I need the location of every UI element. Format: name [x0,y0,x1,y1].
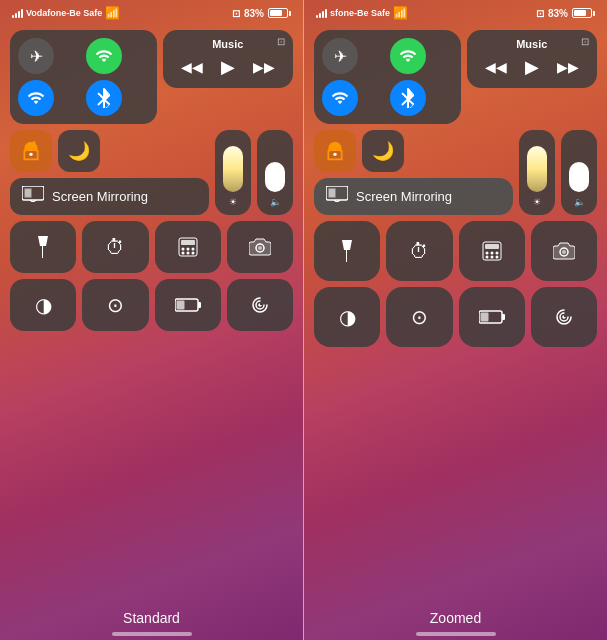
svg-point-26 [490,252,493,255]
nfc-button[interactable] [227,279,293,331]
next-button-zoomed[interactable]: ▶▶ [555,57,581,77]
controls-row-zoomed: 🌙 Screen Mirroring ☀ 🔈 [314,130,597,215]
svg-rect-3 [25,189,31,197]
svg-point-29 [490,256,493,259]
contrast-button-zoomed[interactable]: ◑ [314,287,380,347]
screen-mirroring-button-zoomed[interactable]: Screen Mirroring [314,178,513,215]
svg-rect-6 [181,240,195,245]
quick-buttons-row-zoomed: 🌙 [314,130,513,172]
music-title-zoomed: Music [477,38,588,50]
flashlight-button-zoomed[interactable] [314,221,380,281]
screen-mirror-label-zoomed: Screen Mirroring [356,189,452,204]
calculator-button[interactable] [155,221,221,273]
zoomed-panel: sfone-Be Safe 📶 ⊡ 83% ✈ [304,0,607,640]
conn-music-row-zoomed: ✈ ⊡ Music ◀◀ ▶ ▶▶ [314,30,597,124]
do-not-disturb-button[interactable]: 🌙 [58,130,100,172]
rotation-lock-button-zoomed[interactable] [314,130,356,172]
cellular-button[interactable] [86,38,122,74]
play-button[interactable]: ▶ [219,54,237,80]
airplay-music-icon: ⊡ [277,36,285,47]
camera-button[interactable] [227,221,293,273]
svg-rect-16 [176,301,184,310]
status-right: ⊡ 83% [232,8,291,19]
timer-button[interactable]: ⏱ [82,221,148,273]
music-block-wrapper-zoomed: ⊡ Music ◀◀ ▶ ▶▶ [467,30,598,124]
bottom-grid-row-2-zoomed: ◑ ⊙ [314,287,597,347]
wifi-indicator: 📶 [105,6,120,20]
flashlight-button[interactable] [10,221,76,273]
next-button[interactable]: ▶▶ [251,57,277,77]
brightness-slider[interactable]: ☀ [215,130,251,215]
screen-mirror-label: Screen Mirroring [52,189,148,204]
airplay-status-icon: ⊡ [232,8,240,19]
battery-icon [268,8,291,18]
airplane-mode-button[interactable]: ✈ [18,38,54,74]
carrier-name-zoomed: sfone-Be Safe [330,8,390,18]
volume-slider[interactable]: 🔈 [257,130,293,215]
camera-button-zoomed[interactable] [531,221,597,281]
music-block[interactable]: ⊡ Music ◀◀ ▶ ▶▶ [163,30,294,88]
wifi-button-zoomed[interactable] [322,80,358,116]
wifi-icon-zoomed: 📶 [393,6,408,20]
timer-button-zoomed[interactable]: ⏱ [386,221,452,281]
svg-point-14 [258,246,262,250]
svg-point-18 [333,153,336,156]
screen-mirror-icon [22,186,44,207]
brightness-fill-zoomed [527,146,547,192]
svg-point-12 [191,252,194,255]
connectivity-block: ✈ [10,30,157,124]
brightness-icon: ☀ [229,197,237,207]
conn-music-row: ✈ ⊡ Music ◀◀ ▶ ▶▶ [10,30,293,124]
control-center: ✈ ⊡ Music ◀◀ ▶ ▶▶ [0,24,303,337]
svg-point-10 [181,252,184,255]
screen-mirror-icon-zoomed [326,186,348,207]
connectivity-block-zoomed: ✈ [314,30,461,124]
svg-point-0 [29,153,32,156]
carrier-name: Vodafone-Be Safe [26,8,102,18]
screen-mirroring-button[interactable]: Screen Mirroring [10,178,209,215]
status-left: Vodafone-Be Safe 📶 [12,6,120,20]
signal-bars-zoomed [316,8,327,18]
svg-point-25 [485,252,488,255]
calculator-button-zoomed[interactable] [459,221,525,281]
music-controls: ◀◀ ▶ ▶▶ [173,54,284,80]
svg-marker-22 [342,240,352,262]
bluetooth-button[interactable] [86,80,122,116]
do-not-disturb-button-zoomed[interactable]: 🌙 [362,130,404,172]
bluetooth-button-zoomed[interactable] [390,80,426,116]
svg-point-32 [562,250,566,254]
rotation-lock-button[interactable] [10,130,52,172]
svg-point-28 [485,256,488,259]
brightness-slider-zoomed[interactable]: ☀ [519,130,555,215]
zoomed-label: Zoomed [430,610,481,626]
volume-fill [265,162,285,192]
wifi-button[interactable] [18,80,54,116]
control-center-zoomed: ✈ ⊡ Music ◀◀ ▶ ▶▶ [304,24,607,353]
record-button[interactable]: ⊙ [82,279,148,331]
play-button-zoomed[interactable]: ▶ [523,54,541,80]
record-button-zoomed[interactable]: ⊙ [386,287,452,347]
volume-slider-zoomed[interactable]: 🔈 [561,130,597,215]
standard-label: Standard [123,610,180,626]
battery-percent-zoomed: 83% [548,8,568,19]
svg-point-7 [181,248,184,251]
low-battery-button[interactable] [155,279,221,331]
svg-point-11 [186,252,189,255]
status-bar: Vodafone-Be Safe 📶 ⊡ 83% [0,0,303,24]
music-title: Music [173,38,284,50]
svg-rect-17 [198,302,201,308]
home-indicator-standard [112,632,192,636]
status-left-zoomed: sfone-Be Safe 📶 [316,6,408,20]
volume-icon-zoomed: 🔈 [574,197,585,207]
airplane-mode-button-zoomed[interactable]: ✈ [322,38,358,74]
prev-button-zoomed[interactable]: ◀◀ [483,57,509,77]
contrast-button[interactable]: ◑ [10,279,76,331]
nfc-button-zoomed[interactable] [531,287,597,347]
cellular-button-zoomed[interactable] [390,38,426,74]
signal-bars [12,8,23,18]
quick-buttons-row: 🌙 [10,130,209,172]
music-block-zoomed[interactable]: ⊡ Music ◀◀ ▶ ▶▶ [467,30,598,88]
prev-button[interactable]: ◀◀ [179,57,205,77]
low-battery-button-zoomed[interactable] [459,287,525,347]
bottom-grid-row-2: ◑ ⊙ [10,279,293,331]
